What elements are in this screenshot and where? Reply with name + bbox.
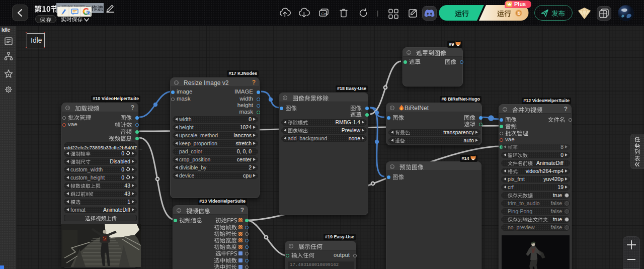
svg-text:Cn: Cn (321, 12, 327, 16)
svg-text:1: 1 (518, 11, 520, 16)
